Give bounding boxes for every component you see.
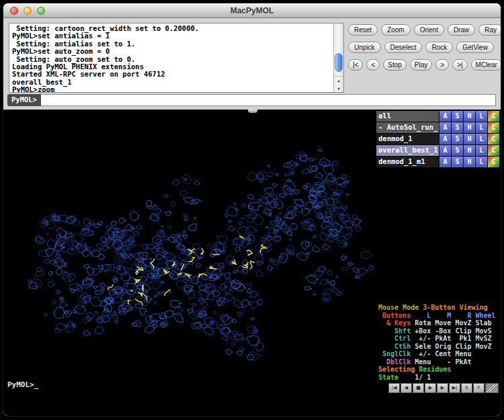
dblclk-values: Menu - PkAt (411, 358, 471, 366)
mouse-mode-value[interactable]: 3-Button Viewing (423, 304, 487, 311)
macpymol-window: MacPyMOL Setting: cartoon_rect_width set… (3, 3, 501, 417)
show-button[interactable]: S (452, 134, 463, 144)
viewport-3d[interactable] (3, 110, 376, 416)
window-title: MacPyMOL (230, 6, 274, 15)
movie-back-button[interactable]: < (366, 59, 380, 71)
ray-button[interactable]: Ray (478, 24, 501, 36)
object-name[interactable]: - AutoSol_run_1_ (376, 122, 439, 133)
draw-button[interactable]: Draw (448, 24, 475, 36)
action-button[interactable]: A (439, 134, 451, 144)
object-row-overall-best-1: overall_best_1 A S H L C (376, 145, 499, 156)
vcr-s-button[interactable]: S (461, 383, 472, 393)
hide-button[interactable]: H (464, 157, 475, 167)
unpick-button[interactable]: Unpick (348, 42, 381, 53)
label-button[interactable]: L (476, 111, 487, 122)
action-button[interactable]: A (439, 111, 451, 122)
movie-rewind-button[interactable]: |< (348, 59, 363, 71)
object-row-autosol-group: - AutoSol_run_1_ A S H L C (376, 122, 499, 133)
vcr-back-button[interactable]: ◀ (401, 383, 412, 393)
color-button[interactable]: C (488, 145, 499, 156)
mclear-button[interactable]: MClear (471, 59, 501, 71)
mouse-mode-panel: Mouse Mode 3-Button Viewing Buttons L M … (378, 304, 501, 381)
buttons-header: Buttons (378, 312, 411, 319)
movie-end-button[interactable]: >| (452, 59, 467, 71)
getview-button[interactable]: GetView (456, 42, 494, 53)
selecting-label: Selecting (378, 366, 419, 373)
vcr-forward-button[interactable]: ▶ (437, 383, 448, 393)
scroll-down-icon[interactable]: ▼ (334, 85, 343, 93)
ctsh-label: CtSh (378, 343, 411, 350)
color-button[interactable]: C (488, 111, 499, 122)
dblclk-label: DblClk (378, 358, 411, 366)
label-button[interactable]: L (476, 145, 487, 156)
deselect-button[interactable]: Deselect (384, 42, 423, 53)
color-button[interactable]: C (488, 122, 499, 133)
scrollbar-thumb[interactable] (335, 53, 343, 72)
command-input[interactable] (41, 94, 496, 106)
label-button[interactable]: L (476, 157, 487, 167)
log-line: overall_best_1 (12, 79, 331, 86)
maximize-button[interactable] (37, 7, 45, 15)
label-button[interactable]: L (476, 122, 487, 133)
color-button[interactable]: C (488, 157, 499, 167)
object-row-denmod-1: denmod_1 A S H L C (376, 134, 499, 144)
vcr-end-button[interactable]: ▶| (449, 383, 460, 393)
hide-button[interactable]: H (464, 111, 475, 122)
hide-button[interactable]: H (464, 122, 475, 133)
state-label: State (378, 374, 403, 381)
control-panel: Setting: cartoon_rect_width set to 0.200… (3, 18, 501, 110)
vcr-rewind-button[interactable]: |◀ (388, 383, 400, 393)
electron-density-mesh (3, 110, 377, 417)
command-prompt-row: PyMOL> (7, 94, 496, 106)
show-button[interactable]: S (452, 157, 463, 167)
state-value: 1/ 1 (403, 374, 431, 381)
gl-area: PyMOL>_ all A S H L C - AutoSol_run_1_ A… (3, 110, 501, 416)
show-button[interactable]: S (452, 111, 463, 122)
movie-play-button[interactable]: Play (410, 59, 432, 71)
prompt-label: PyMOL> (7, 94, 41, 106)
resize-grip[interactable] (485, 383, 499, 393)
shift-label: Shft (378, 327, 411, 335)
reset-button[interactable]: Reset (348, 24, 378, 36)
movie-controls: |◀ ◀ ■ ▶ ▶ ▶| S F (388, 383, 499, 393)
color-button[interactable]: C (488, 134, 499, 144)
action-button[interactable]: A (439, 122, 451, 133)
log-output: Setting: cartoon_rect_width set to 0.200… (9, 23, 344, 93)
zoom-button[interactable]: Zoom (381, 24, 411, 36)
close-button[interactable] (10, 7, 18, 15)
vcr-play-button[interactable]: ▶ (425, 383, 436, 393)
scroll-up-icon[interactable]: ▲ (334, 77, 343, 85)
object-name[interactable]: all (376, 111, 439, 122)
object-name-selected[interactable]: overall_best_1 (376, 145, 439, 156)
vcr-stop-button[interactable]: ■ (413, 383, 424, 393)
action-button[interactable]: A (439, 145, 451, 156)
log-line: PyMOL>set auto_zoom = 0 (12, 48, 331, 55)
orient-button[interactable]: Orient (414, 24, 444, 36)
buttons-columns: L M R Wheel (411, 312, 495, 319)
ctsh-values: Sele Orig Clip MovZ (411, 343, 491, 350)
titlebar[interactable]: MacPyMOL (3, 3, 501, 18)
log-scrollbar[interactable]: ▲ ▼ (333, 24, 343, 92)
object-row-denmod-1-m1: denmod_1_m1 A S H L C (376, 157, 499, 167)
object-row-all: all A S H L C (376, 111, 499, 122)
selecting-mode[interactable]: Residues (419, 366, 451, 373)
action-button[interactable]: A (439, 157, 451, 167)
snglclk-label: SnglClk (378, 350, 411, 358)
show-button[interactable]: S (452, 145, 463, 156)
movie-stop-button[interactable]: Stop (383, 59, 407, 71)
hide-button[interactable]: H (464, 134, 475, 144)
scrollbar-arrows[interactable]: ▲ ▼ (334, 76, 343, 92)
movie-forward-button[interactable]: > (435, 59, 449, 71)
keys-values: Rota Move MovZ Slab (411, 319, 491, 327)
object-name[interactable]: denmod_1_m1 (376, 157, 439, 167)
rock-button[interactable]: Rock (425, 42, 453, 53)
label-button[interactable]: L (476, 134, 487, 144)
show-button[interactable]: S (452, 122, 463, 133)
object-panel: all A S H L C - AutoSol_run_1_ A S H L C… (376, 110, 501, 416)
shift-values: +Box -Box Clip MovS (411, 327, 491, 335)
hide-button[interactable]: H (464, 145, 475, 156)
minimize-button[interactable] (24, 7, 32, 15)
vcr-f-button[interactable]: F (473, 383, 485, 393)
object-name[interactable]: denmod_1 (376, 134, 439, 144)
viewport-prompt[interactable]: PyMOL>_ (7, 380, 38, 389)
